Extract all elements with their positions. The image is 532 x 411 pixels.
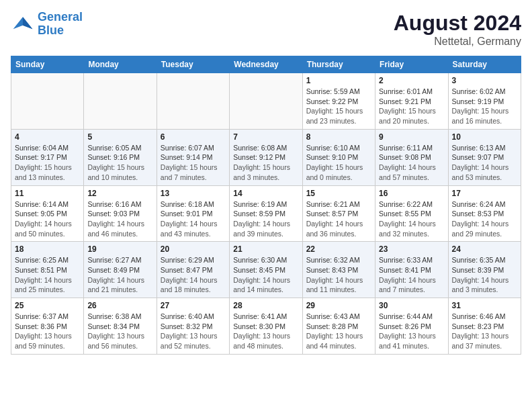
day-info: Sunrise: 6:44 AM Sunset: 8:26 PM Dayligh… [379, 312, 444, 351]
calendar-cell-1-0: 4 Sunrise: 6:04 AM Sunset: 9:17 PM Dayli… [11, 129, 84, 185]
calendar-cell-0-4: 1 Sunrise: 5:59 AM Sunset: 9:22 PM Dayli… [302, 73, 375, 130]
day-info: Sunrise: 6:37 AM Sunset: 8:36 PM Dayligh… [15, 312, 80, 351]
day-number: 6 [161, 132, 226, 142]
day-number: 9 [379, 132, 444, 142]
day-info: Sunrise: 6:35 AM Sunset: 8:39 PM Dayligh… [452, 255, 517, 295]
header-tuesday: Tuesday [157, 56, 229, 73]
day-number: 7 [233, 132, 298, 142]
calendar-table: Sunday Monday Tuesday Wednesday Thursday… [11, 56, 521, 355]
calendar-cell-1-4: 8 Sunrise: 6:10 AM Sunset: 9:10 PM Dayli… [302, 129, 375, 185]
day-info: Sunrise: 6:30 AM Sunset: 8:45 PM Dayligh… [233, 255, 298, 295]
calendar-cell-3-6: 24 Sunrise: 6:35 AM Sunset: 8:39 PM Dayl… [448, 242, 521, 298]
calendar-cell-0-3 [230, 73, 302, 130]
day-info: Sunrise: 6:41 AM Sunset: 8:30 PM Dayligh… [233, 312, 298, 351]
day-info: Sunrise: 6:32 AM Sunset: 8:43 PM Dayligh… [306, 255, 371, 295]
day-info: Sunrise: 6:19 AM Sunset: 8:59 PM Dayligh… [233, 199, 298, 239]
day-info: Sunrise: 6:40 AM Sunset: 8:32 PM Dayligh… [161, 312, 226, 351]
title-block: August 2024 Nettetal, Germany [394, 11, 521, 48]
day-info: Sunrise: 6:27 AM Sunset: 8:49 PM Dayligh… [87, 255, 152, 295]
calendar-cell-4-2: 27 Sunrise: 6:40 AM Sunset: 8:32 PM Dayl… [157, 298, 229, 355]
day-number: 11 [15, 189, 80, 198]
day-number: 13 [161, 189, 226, 198]
calendar-cell-2-2: 13 Sunrise: 6:18 AM Sunset: 9:01 PM Dayl… [157, 185, 229, 242]
day-info: Sunrise: 6:13 AM Sunset: 9:07 PM Dayligh… [452, 143, 517, 183]
calendar-cell-2-0: 11 Sunrise: 6:14 AM Sunset: 9:05 PM Dayl… [11, 185, 84, 242]
day-number: 22 [306, 244, 371, 254]
day-number: 12 [87, 189, 152, 198]
day-info: Sunrise: 6:07 AM Sunset: 9:14 PM Dayligh… [161, 143, 226, 183]
calendar-cell-3-1: 19 Sunrise: 6:27 AM Sunset: 8:49 PM Dayl… [84, 242, 157, 298]
logo: General Blue [11, 11, 83, 38]
calendar-cell-3-3: 21 Sunrise: 6:30 AM Sunset: 8:45 PM Dayl… [230, 242, 302, 298]
calendar-cell-0-5: 2 Sunrise: 6:01 AM Sunset: 9:21 PM Dayli… [375, 73, 448, 130]
calendar-cell-1-5: 9 Sunrise: 6:11 AM Sunset: 9:08 PM Dayli… [375, 129, 448, 185]
calendar-cell-1-6: 10 Sunrise: 6:13 AM Sunset: 9:07 PM Dayl… [448, 129, 521, 185]
header-friday: Friday [375, 56, 448, 73]
day-info: Sunrise: 6:43 AM Sunset: 8:28 PM Dayligh… [306, 312, 371, 351]
day-info: Sunrise: 6:38 AM Sunset: 8:34 PM Dayligh… [87, 312, 152, 351]
day-info: Sunrise: 6:14 AM Sunset: 9:05 PM Dayligh… [15, 199, 80, 239]
day-number: 21 [233, 244, 298, 254]
calendar-cell-4-5: 30 Sunrise: 6:44 AM Sunset: 8:26 PM Dayl… [375, 298, 448, 355]
day-info: Sunrise: 6:16 AM Sunset: 9:03 PM Dayligh… [87, 199, 152, 239]
calendar-cell-2-5: 16 Sunrise: 6:22 AM Sunset: 8:55 PM Dayl… [375, 185, 448, 242]
day-info: Sunrise: 6:11 AM Sunset: 9:08 PM Dayligh… [379, 143, 444, 183]
calendar-cell-0-2 [157, 73, 229, 130]
header-saturday: Saturday [448, 56, 521, 73]
day-info: Sunrise: 6:29 AM Sunset: 8:47 PM Dayligh… [161, 255, 226, 295]
day-info: Sunrise: 5:59 AM Sunset: 9:22 PM Dayligh… [306, 87, 371, 126]
day-number: 23 [379, 244, 444, 254]
day-number: 29 [306, 301, 371, 310]
day-number: 25 [15, 301, 80, 310]
week-row-3: 11 Sunrise: 6:14 AM Sunset: 9:05 PM Dayl… [11, 185, 521, 242]
calendar-cell-0-6: 3 Sunrise: 6:02 AM Sunset: 9:19 PM Dayli… [448, 73, 521, 130]
calendar-cell-1-2: 6 Sunrise: 6:07 AM Sunset: 9:14 PM Dayli… [157, 129, 229, 185]
calendar-cell-1-3: 7 Sunrise: 6:08 AM Sunset: 9:12 PM Dayli… [230, 129, 302, 185]
calendar-cell-2-1: 12 Sunrise: 6:16 AM Sunset: 9:03 PM Dayl… [84, 185, 157, 242]
calendar-cell-4-4: 29 Sunrise: 6:43 AM Sunset: 8:28 PM Dayl… [302, 298, 375, 355]
header-thursday: Thursday [302, 56, 375, 73]
day-info: Sunrise: 6:33 AM Sunset: 8:41 PM Dayligh… [379, 255, 444, 295]
month-year: August 2024 [394, 11, 521, 36]
day-number: 1 [306, 76, 371, 85]
week-row-5: 25 Sunrise: 6:37 AM Sunset: 8:36 PM Dayl… [11, 298, 521, 355]
svg-marker-1 [23, 17, 32, 29]
header-wednesday: Wednesday [230, 56, 302, 73]
calendar-cell-2-6: 17 Sunrise: 6:24 AM Sunset: 8:53 PM Dayl… [448, 185, 521, 242]
day-info: Sunrise: 6:18 AM Sunset: 9:01 PM Dayligh… [161, 199, 226, 239]
day-number: 14 [233, 189, 298, 198]
day-number: 27 [161, 301, 226, 310]
calendar-cell-3-5: 23 Sunrise: 6:33 AM Sunset: 8:41 PM Dayl… [375, 242, 448, 298]
day-number: 28 [233, 301, 298, 310]
day-info: Sunrise: 6:05 AM Sunset: 9:16 PM Dayligh… [87, 143, 152, 183]
calendar-header-row: Sunday Monday Tuesday Wednesday Thursday… [11, 56, 521, 73]
day-info: Sunrise: 6:24 AM Sunset: 8:53 PM Dayligh… [452, 199, 517, 239]
day-number: 30 [379, 301, 444, 310]
logo-icon [11, 12, 35, 36]
day-number: 10 [452, 132, 517, 142]
week-row-2: 4 Sunrise: 6:04 AM Sunset: 9:17 PM Dayli… [11, 129, 521, 185]
week-row-1: 1 Sunrise: 5:59 AM Sunset: 9:22 PM Dayli… [11, 73, 521, 130]
calendar-cell-0-1 [84, 73, 157, 130]
day-info: Sunrise: 6:04 AM Sunset: 9:17 PM Dayligh… [15, 143, 80, 183]
day-number: 3 [452, 76, 517, 85]
location: Nettetal, Germany [394, 36, 521, 48]
calendar-cell-3-4: 22 Sunrise: 6:32 AM Sunset: 8:43 PM Dayl… [302, 242, 375, 298]
calendar-cell-3-0: 18 Sunrise: 6:25 AM Sunset: 8:51 PM Dayl… [11, 242, 84, 298]
day-info: Sunrise: 6:02 AM Sunset: 9:19 PM Dayligh… [452, 87, 517, 126]
day-info: Sunrise: 6:10 AM Sunset: 9:10 PM Dayligh… [306, 143, 371, 183]
day-info: Sunrise: 6:25 AM Sunset: 8:51 PM Dayligh… [15, 255, 80, 295]
day-number: 26 [87, 301, 152, 310]
day-number: 31 [452, 301, 517, 310]
day-info: Sunrise: 6:21 AM Sunset: 8:57 PM Dayligh… [306, 199, 371, 239]
calendar-cell-2-4: 15 Sunrise: 6:21 AM Sunset: 8:57 PM Dayl… [302, 185, 375, 242]
calendar-cell-4-3: 28 Sunrise: 6:41 AM Sunset: 8:30 PM Dayl… [230, 298, 302, 355]
day-number: 2 [379, 76, 444, 85]
day-number: 8 [306, 132, 371, 142]
day-number: 18 [15, 244, 80, 254]
day-number: 16 [379, 189, 444, 198]
day-number: 4 [15, 132, 80, 142]
day-number: 15 [306, 189, 371, 198]
calendar-cell-4-0: 25 Sunrise: 6:37 AM Sunset: 8:36 PM Dayl… [11, 298, 84, 355]
calendar-cell-4-6: 31 Sunrise: 6:46 AM Sunset: 8:23 PM Dayl… [448, 298, 521, 355]
